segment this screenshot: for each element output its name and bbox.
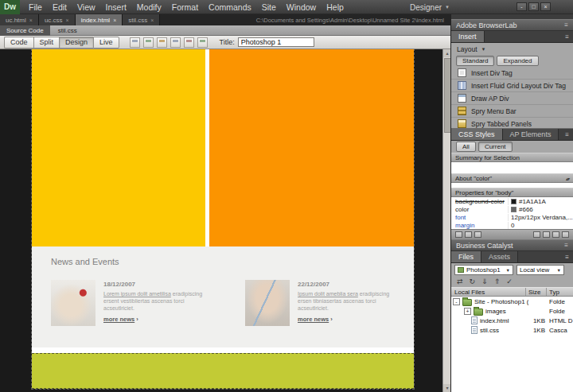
design-view-button[interactable]: Design [59, 37, 93, 49]
design-view-canvas[interactable]: News and Events 18/12/2007 Lorem ipsum d… [0, 49, 442, 392]
site-select[interactable]: Photoshop1 ▼ [454, 265, 513, 275]
panel-menu-icon[interactable]: ≡ [564, 21, 568, 29]
column-size[interactable]: Size [526, 288, 547, 296]
olive-footer-block[interactable] [32, 353, 414, 389]
related-file-stil-css[interactable]: stil.css [58, 27, 77, 34]
news-item-1[interactable]: 18/12/2007 Lorem ipsum dolit ametilisa e… [51, 280, 210, 337]
file-management-icon[interactable] [157, 37, 167, 48]
tab-ap-elements[interactable]: AP Elements [503, 129, 559, 140]
news-date[interactable]: 18/12/2007 [103, 281, 207, 288]
news-photo-spa[interactable] [51, 280, 96, 326]
files-tree[interactable]: - Site - Photoshop1 (C:\Docu Folde + ima… [451, 297, 573, 392]
workspace-switcher[interactable]: Designer ▼ [410, 0, 450, 14]
put-files-icon[interactable]: ⇑ [494, 278, 501, 285]
news-link[interactable]: Lorem ipsum dolit ametilisa [103, 291, 171, 297]
yellow-block[interactable] [32, 49, 205, 246]
collapse-icon[interactable]: - [453, 298, 460, 305]
refresh-design-icon[interactable] [197, 37, 208, 48]
tab-stil-css[interactable]: stil.css × [123, 14, 160, 25]
prop-name[interactable]: margin [451, 222, 509, 229]
expanded-mode-button[interactable]: Expanded [497, 56, 538, 66]
menu-commands[interactable]: Commands [209, 2, 251, 12]
panel-menu-icon[interactable]: ≡ [565, 131, 569, 138]
restore-button[interactable]: □ [528, 2, 539, 11]
prop-value[interactable]: 0 [511, 222, 514, 229]
file-row-stil-css[interactable]: stil.css 1KB Casca [451, 325, 573, 335]
delete-rule-icon[interactable] [562, 231, 569, 238]
prop-name[interactable]: background-color [451, 198, 509, 205]
view-select[interactable]: Local view ▼ [516, 265, 564, 275]
tab-index-html[interactable]: index.html × [76, 14, 123, 25]
news-section[interactable]: News and Events 18/12/2007 Lorem ipsum d… [32, 246, 414, 347]
standard-mode-button[interactable]: Standard [456, 56, 494, 66]
news-photo-facial[interactable] [245, 280, 290, 326]
prop-value[interactable]: #666 [519, 206, 533, 213]
menu-format[interactable]: Format [172, 2, 198, 12]
prop-name[interactable]: color [451, 206, 509, 213]
page-body[interactable]: News and Events 18/12/2007 Lorem ipsum d… [32, 49, 414, 389]
prop-row-color[interactable]: color #666 [451, 205, 573, 213]
attach-stylesheet-icon[interactable] [533, 231, 540, 238]
panel-header-business-catalyst[interactable]: Business Catalyst ≡ [451, 239, 573, 251]
column-local-files[interactable]: Local Files [451, 288, 526, 296]
get-files-icon[interactable]: ⇓ [481, 278, 488, 285]
insert-item-fluid-grid[interactable]: Insert Fluid Grid Layout Div Tag [451, 80, 573, 92]
show-category-view-icon[interactable] [455, 231, 462, 238]
expand-icon[interactable]: + [464, 308, 471, 315]
close-icon[interactable]: × [113, 17, 116, 23]
menu-edit[interactable]: Edit [53, 2, 67, 12]
w3c-validation-icon[interactable] [170, 37, 181, 48]
prop-row-margin[interactable]: margin 0 [451, 221, 573, 229]
menu-window[interactable]: Window [286, 2, 316, 12]
menu-file[interactable]: File [29, 2, 42, 12]
tab-assets[interactable]: Assets [481, 251, 518, 262]
refresh-icon[interactable]: ↻ [470, 278, 476, 285]
tab-insert[interactable]: Insert [451, 31, 485, 42]
close-button[interactable]: × [540, 2, 551, 11]
orange-block[interactable] [209, 49, 414, 246]
tab-uc-html[interactable]: uc.html × [0, 14, 39, 25]
tab-uc-css[interactable]: uc.css × [39, 14, 76, 25]
close-icon[interactable]: × [66, 17, 69, 23]
summary-list[interactable] [451, 162, 573, 173]
minimize-button[interactable]: - [516, 2, 527, 11]
show-list-view-icon[interactable] [465, 231, 472, 238]
panel-menu-icon[interactable]: ≡ [564, 242, 568, 249]
canvas-vertical-scrollbar[interactable]: ▴ ▾ [442, 49, 450, 392]
more-news-link[interactable]: more news › [103, 316, 207, 323]
toggle-info-icon[interactable]: ▴▾ [566, 176, 569, 181]
prop-value[interactable]: #1A1A1A [519, 198, 546, 205]
color-swatch[interactable] [511, 207, 516, 212]
news-text[interactable]: Lorem ipsum dolit ametilisa eradipiscing… [103, 290, 207, 312]
panel-menu-icon[interactable]: ≡ [565, 254, 569, 261]
prop-name[interactable]: font [451, 214, 509, 221]
news-link[interactable]: Ipsum dolit ameblia sera [298, 291, 358, 297]
tab-css-styles[interactable]: CSS Styles [451, 129, 503, 140]
live-view-button[interactable]: Live [93, 37, 119, 49]
prop-row-font[interactable]: font 12px/12px Verdana,... [451, 213, 573, 221]
title-input[interactable] [238, 37, 314, 47]
more-news-link[interactable]: more news › [298, 316, 401, 323]
checkout-icon[interactable]: ✓ [506, 278, 513, 285]
panel-menu-icon[interactable]: ≡ [565, 33, 569, 41]
news-item-2[interactable]: 22/12/2007 Ipsum dolit ameblia sera erad… [245, 280, 404, 337]
menu-modify[interactable]: Modify [137, 2, 162, 12]
panel-header-browserlab[interactable]: Adobe BrowserLab ≡ [451, 19, 573, 31]
news-section-title[interactable]: News and Events [51, 257, 119, 266]
tab-files[interactable]: Files [451, 251, 481, 262]
insert-category-dropdown[interactable]: Layout ▼ [451, 43, 573, 55]
news-date[interactable]: 22/12/2007 [298, 281, 401, 288]
check-browser-compat-icon[interactable] [184, 37, 194, 48]
show-set-properties-icon[interactable] [474, 231, 481, 238]
menu-site[interactable]: Site [262, 2, 276, 12]
file-row-index-html[interactable]: index.html 1KB HTML D [451, 316, 573, 325]
close-icon[interactable]: × [150, 17, 154, 23]
current-mode-button[interactable]: Current [478, 142, 513, 152]
source-code-button[interactable]: Source Code [0, 25, 50, 36]
menu-help[interactable]: Help [326, 2, 344, 12]
menu-insert[interactable]: Insert [106, 2, 127, 12]
column-type[interactable]: Typ [547, 289, 573, 296]
new-css-rule-icon[interactable] [543, 231, 550, 238]
prop-row-background-color[interactable]: background-color #1A1A1A [451, 197, 573, 205]
edit-rule-icon[interactable] [552, 231, 559, 238]
